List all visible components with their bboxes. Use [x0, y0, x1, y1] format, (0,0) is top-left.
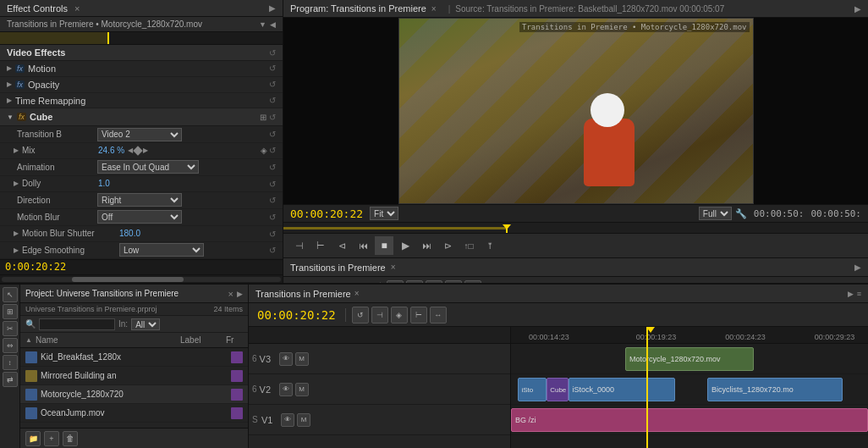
edge-smoothing-select[interactable]: Low — [119, 243, 204, 257]
tl-btn-2[interactable]: ⊣ — [371, 307, 388, 324]
quality-select[interactable]: Full — [699, 207, 732, 220]
motion-blur-select[interactable]: Off — [97, 210, 182, 224]
v1-b-eye[interactable]: 👁 — [281, 413, 294, 427]
timeline-tab-label[interactable]: Transitions in Premiere — [290, 263, 386, 273]
mark-out-btn[interactable]: ⊢ — [311, 236, 330, 255]
v1-b-mute[interactable]: M — [297, 413, 310, 427]
opacity-reset-icon[interactable]: ↺ — [269, 80, 276, 89]
tool-track-select[interactable]: ⊞ — [3, 304, 18, 319]
clip-dropdown-icon[interactable]: ▼ — [259, 20, 266, 29]
project-close-btn[interactable]: × — [228, 289, 233, 299]
tool-ripple[interactable]: ⇔ — [3, 338, 18, 353]
play-btn[interactable]: ▶ — [396, 236, 415, 255]
motion-row[interactable]: ▶ fx Motion ↺ — [0, 61, 283, 77]
program-monitor-tab[interactable]: Program: Transitions in Premiere — [290, 3, 426, 14]
wrench-icon[interactable]: 🔧 — [735, 208, 747, 219]
v1-content-bottom[interactable]: BG /zi — [511, 405, 868, 435]
motion-reset-icon[interactable]: ↺ — [269, 64, 276, 73]
mix-next-btn[interactable]: ▶ — [143, 147, 148, 154]
timeline-menu-icon[interactable]: ▶ — [854, 263, 861, 272]
new-item-btn[interactable]: + — [44, 431, 59, 446]
fit-select[interactable]: Fit — [370, 207, 398, 220]
dolly-reset[interactable]: ↺ — [269, 180, 276, 189]
prev-clip-icon[interactable]: ◀ — [270, 20, 276, 29]
tool-select[interactable]: ↖ — [3, 287, 18, 302]
tl-bottom-menu[interactable]: ▶ — [848, 290, 854, 298]
mix-diamond-icon[interactable]: ◈ — [261, 146, 267, 155]
search-input[interactable] — [39, 318, 115, 330]
cube-grid-icon[interactable]: ⊞ — [260, 113, 266, 122]
motorcycle-clip-b[interactable]: Motorcycle_1280x720.mov — [625, 347, 754, 371]
delete-btn[interactable]: 🗑 — [63, 431, 78, 446]
transition-b-select[interactable]: Video 2 — [97, 128, 182, 141]
animation-reset[interactable]: ↺ — [269, 163, 276, 172]
lift-btn[interactable]: ↑□ — [459, 236, 478, 255]
animation-select[interactable]: Ease In Out Quad — [97, 160, 199, 174]
project-title[interactable]: Project: Universe Transitions in Premier… — [25, 289, 225, 298]
scrub-bar[interactable] — [283, 222, 868, 233]
v3-b-mute[interactable]: M — [295, 352, 309, 366]
col-name-header[interactable]: Name — [36, 335, 177, 345]
v2-b-eye[interactable]: 👁 — [279, 383, 293, 396]
monitor-settings-icon[interactable]: ▶ — [854, 4, 861, 14]
transition-b-reset[interactable]: ↺ — [269, 130, 276, 139]
istock-clip-b[interactable]: iStock_0000 — [569, 378, 676, 401]
mark-in-btn[interactable]: ⊣ — [290, 236, 309, 255]
project-menu-icon[interactable]: ▶ — [237, 290, 243, 298]
v3-content-bottom[interactable]: Motorcycle_1280x720.mov — [511, 344, 868, 374]
v2-b-mute[interactable]: M — [295, 383, 309, 396]
isto-clip-b[interactable]: iSto — [518, 378, 547, 401]
cube-reset-icon[interactable]: ↺ — [269, 113, 276, 122]
cube-section-header[interactable]: ▼ fx Cube ⊞ ↺ — [0, 108, 283, 126]
tool-slip[interactable]: ⇄ — [3, 372, 18, 387]
h-scrollbar[interactable] — [0, 274, 283, 283]
time-remapping-row[interactable]: ▶ Time Remapping ↺ — [0, 93, 283, 109]
mix-reset-icon[interactable]: ↺ — [269, 146, 276, 155]
mix-value[interactable]: 24.6 % — [98, 146, 124, 155]
tool-razor[interactable]: ✂ — [3, 321, 18, 336]
extract-btn[interactable]: ⤒ — [481, 236, 499, 255]
step-fwd-btn[interactable]: ⏭ — [417, 236, 436, 255]
video-effects-reset[interactable]: ↺ — [269, 48, 276, 58]
time-remapping-reset-icon[interactable]: ↺ — [269, 96, 276, 105]
tl-btn-4[interactable]: ⊢ — [410, 307, 427, 324]
mbs-value[interactable]: 180.0 — [119, 229, 140, 238]
effect-controls-tab[interactable]: Effect Controls × ▶ — [0, 0, 283, 17]
effect-controls-close-btn[interactable]: × — [74, 3, 80, 14]
goto-out-btn[interactable]: ⊳ — [438, 236, 457, 255]
bicyclists-clip-b[interactable]: Bicyclists_1280x720.mo — [707, 378, 843, 401]
goto-in-btn[interactable]: ⊲ — [332, 236, 351, 255]
tool-roll[interactable]: ↕ — [3, 355, 18, 370]
panel-menu-icon[interactable]: ▶ — [269, 3, 276, 13]
ruler-bottom[interactable]: 00:00:14:23 00:00:19:23 00:00:24:23 00:0… — [511, 327, 868, 344]
tl-btn-1[interactable]: ↺ — [352, 307, 369, 324]
mbs-reset[interactable]: ↺ — [269, 230, 276, 239]
mix-prev-btn[interactable]: ◀ — [128, 147, 133, 154]
direction-reset[interactable]: ↺ — [269, 196, 276, 205]
new-bin-btn[interactable]: 📁 — [25, 431, 41, 446]
step-back-btn[interactable]: ⏮ — [354, 236, 372, 255]
in-select[interactable]: All — [131, 318, 160, 330]
col-fr-header[interactable]: Fr — [226, 335, 243, 345]
list-item[interactable]: Mirrored Building an — [20, 367, 248, 385]
list-item[interactable]: Kid_Breakfast_1280x — [20, 348, 248, 367]
dolly-value[interactable]: 1.0 — [98, 179, 110, 188]
tl-bottom-close[interactable]: × — [354, 289, 360, 298]
opacity-row[interactable]: ▶ fx Opacity ↺ — [0, 77, 283, 93]
tl-btn-3[interactable]: ◈ — [391, 307, 408, 324]
program-monitor-close[interactable]: × — [431, 4, 437, 14]
tl-btn-5[interactable]: ↔ — [430, 307, 447, 324]
stop-btn[interactable]: ■ — [375, 236, 393, 255]
list-item[interactable]: OceanJump.mov — [20, 404, 248, 423]
tl-bottom-dots[interactable]: ≡ — [857, 290, 861, 298]
mix-keyframe-btn[interactable] — [133, 146, 142, 155]
cube-clip-b[interactable]: Cube — [547, 378, 568, 401]
list-item[interactable]: Motorcycle_1280x720 — [20, 385, 248, 404]
v3-b-eye[interactable]: 👁 — [279, 352, 293, 366]
motion-blur-reset[interactable]: ↺ — [269, 213, 276, 222]
timeline-close-btn[interactable]: × — [391, 263, 396, 272]
edge-smoothing-reset[interactable]: ↺ — [269, 246, 276, 255]
v2-content-bottom[interactable]: iSto Cube iStock_0000 Bicyclists_1280x72… — [511, 374, 868, 405]
direction-select[interactable]: Right — [97, 193, 182, 207]
col-label-header[interactable]: Label — [180, 335, 222, 345]
